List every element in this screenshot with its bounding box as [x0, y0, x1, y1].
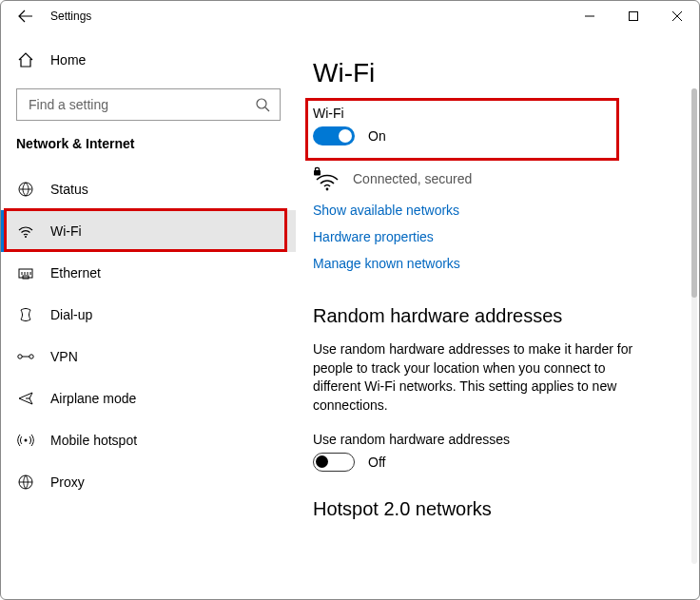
sidebar-home[interactable]: Home	[1, 39, 296, 81]
sidebar-item-label: Dial-up	[50, 307, 92, 322]
home-icon	[16, 51, 35, 68]
link-manage-known[interactable]: Manage known networks	[313, 256, 672, 271]
close-button[interactable]	[655, 1, 699, 31]
content-pane: Wi-Fi Wi-Fi On Connec	[296, 31, 699, 599]
sidebar-item-airplane[interactable]: Airplane mode	[1, 377, 296, 419]
sidebar-home-label: Home	[50, 52, 86, 68]
minimize-icon	[585, 11, 594, 21]
window-title: Settings	[50, 10, 91, 23]
sidebar-item-ethernet[interactable]: Ethernet	[1, 252, 296, 294]
search-input[interactable]	[27, 96, 255, 113]
svg-point-13	[29, 355, 33, 358]
sidebar-item-label: Airplane mode	[50, 391, 136, 406]
sidebar: Home Network & Internet Status	[1, 31, 296, 599]
wifi-toggle-state: On	[368, 128, 386, 144]
link-show-networks[interactable]: Show available networks	[313, 203, 672, 218]
svg-rect-1	[630, 12, 638, 21]
random-hw-body: Use random hardware addresses to make it…	[313, 340, 636, 415]
random-hw-toggle[interactable]	[313, 453, 355, 472]
vpn-icon	[16, 350, 35, 363]
sidebar-item-vpn[interactable]: VPN	[1, 336, 296, 377]
scrollbar[interactable]	[691, 88, 697, 564]
hotspot-icon	[16, 432, 35, 449]
svg-point-5	[25, 236, 27, 238]
sidebar-item-status[interactable]: Status	[1, 168, 296, 210]
wifi-toggle[interactable]	[313, 126, 355, 145]
sidebar-item-label: Wi-Fi	[50, 223, 82, 239]
scrollbar-thumb[interactable]	[691, 88, 697, 298]
search-icon	[255, 97, 270, 112]
sidebar-item-proxy[interactable]: Proxy	[1, 461, 296, 503]
sidebar-item-label: Proxy	[50, 474, 85, 490]
wifi-toggle-label: Wi-Fi	[313, 106, 672, 121]
wifi-icon	[16, 223, 35, 240]
random-hw-title: Random hardware addresses	[313, 305, 672, 327]
svg-rect-18	[314, 170, 321, 176]
connection-status-text: Connected, secured	[353, 171, 472, 186]
random-hw-toggle-state: Off	[368, 455, 385, 470]
svg-point-15	[25, 439, 28, 442]
ethernet-icon	[16, 264, 35, 281]
maximize-button[interactable]	[612, 1, 655, 31]
svg-line-3	[265, 107, 269, 111]
svg-point-17	[326, 188, 329, 191]
link-hardware-props[interactable]: Hardware properties	[313, 229, 672, 244]
connection-status-row: Connected, secured	[313, 166, 672, 191]
secured-wifi-icon	[313, 166, 340, 191]
back-button[interactable]	[9, 1, 43, 31]
maximize-icon	[629, 11, 638, 21]
search-box[interactable]	[16, 88, 281, 121]
sidebar-item-wifi[interactable]: Wi-Fi	[1, 210, 296, 252]
sidebar-item-label: Ethernet	[50, 265, 101, 281]
back-arrow-icon	[18, 9, 33, 24]
airplane-icon	[16, 390, 35, 407]
svg-point-12	[18, 355, 22, 358]
sidebar-item-label: VPN	[50, 349, 78, 364]
sidebar-item-dialup[interactable]: Dial-up	[1, 294, 296, 336]
svg-point-2	[257, 99, 266, 108]
close-icon	[672, 11, 682, 21]
random-hw-toggle-label: Use random hardware addresses	[313, 432, 672, 447]
sidebar-item-label: Status	[50, 182, 88, 197]
sidebar-section-header: Network & Internet	[1, 136, 296, 159]
sidebar-item-hotspot[interactable]: Mobile hotspot	[1, 419, 296, 461]
minimize-button[interactable]	[568, 1, 612, 31]
page-title: Wi-Fi	[313, 58, 672, 88]
dialup-icon	[16, 306, 35, 323]
titlebar: Settings	[1, 1, 699, 31]
hotspot20-title: Hotspot 2.0 networks	[313, 498, 672, 520]
proxy-icon	[16, 474, 35, 491]
status-icon	[16, 181, 35, 198]
sidebar-item-label: Mobile hotspot	[50, 433, 137, 448]
